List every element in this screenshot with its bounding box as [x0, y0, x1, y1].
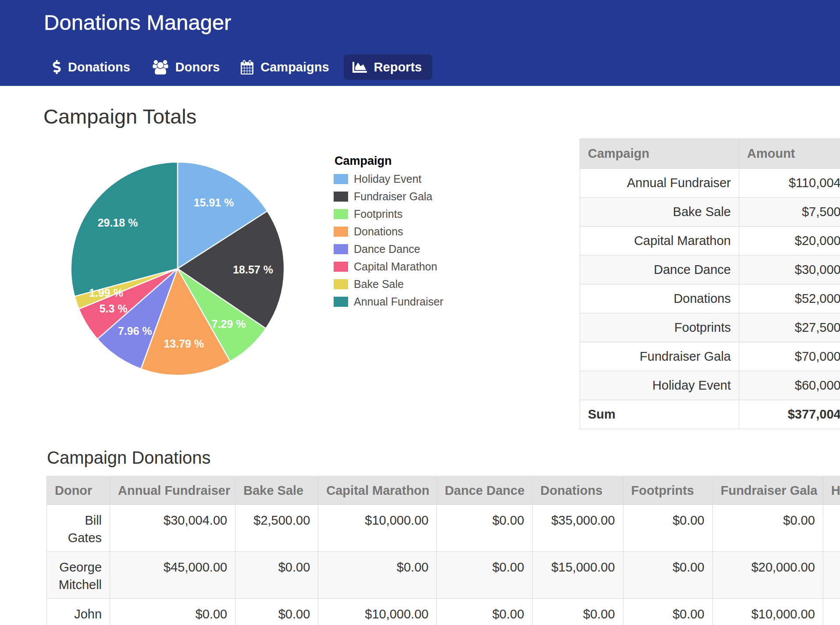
svg-text:1.99 %: 1.99 % — [89, 287, 123, 299]
svg-text:15.91 %: 15.91 % — [194, 196, 234, 209]
svg-text:18.57 %: 18.57 % — [233, 263, 273, 276]
svg-text:13.79 %: 13.79 % — [164, 337, 204, 350]
svg-text:5.3 %: 5.3 % — [100, 302, 128, 315]
svg-text:29.18 %: 29.18 % — [98, 217, 138, 229]
svg-text:7.29 %: 7.29 % — [212, 318, 246, 330]
svg-text:7.96 %: 7.96 % — [118, 325, 152, 337]
